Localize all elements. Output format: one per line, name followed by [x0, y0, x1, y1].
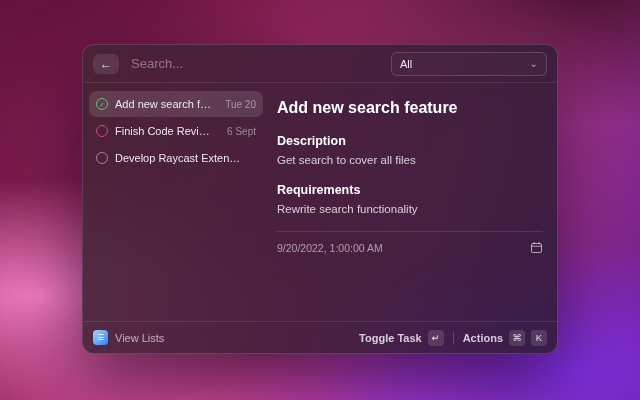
check-glyph: ✓: [99, 101, 105, 108]
task-detail-panel: Add new search feature Description Get s…: [263, 91, 545, 321]
circle-outline-icon: [96, 152, 108, 164]
footer-app-label: View Lists: [115, 332, 164, 344]
list-glyph-icon: ☰: [97, 334, 104, 342]
detail-title: Add new search feature: [277, 99, 543, 117]
requirements-body: Rewrite search functionality: [277, 203, 543, 215]
view-lists-app-icon: ☰: [93, 330, 108, 345]
filter-dropdown-value: All: [400, 58, 412, 70]
command-keycap[interactable]: ⌘: [509, 330, 525, 346]
search-bar: ← All ⌄: [83, 45, 557, 83]
task-list: ✓ Add new search feature Tue 20 Finish C…: [89, 91, 263, 321]
datetime-field[interactable]: 9/20/2022, 1:00:00 AM: [277, 241, 543, 254]
task-date: Tue 20: [219, 99, 256, 110]
return-keycap[interactable]: ↵: [428, 330, 444, 346]
main-content: ✓ Add new search feature Tue 20 Finish C…: [83, 83, 557, 321]
task-title: Add new search feature: [115, 98, 212, 110]
actions-label[interactable]: Actions: [463, 332, 503, 344]
description-heading: Description: [277, 134, 543, 148]
k-keycap[interactable]: K: [531, 330, 547, 346]
toggle-task-label[interactable]: Toggle Task: [359, 332, 422, 344]
raycast-window: ← All ⌄ ✓ Add new search feature Tue 20 …: [82, 44, 558, 354]
calendar-icon[interactable]: [530, 241, 543, 254]
search-input[interactable]: [129, 55, 381, 72]
list-item-develop-raycast-extension[interactable]: Develop Raycast Extension: [89, 145, 263, 171]
footer-bar: ☰ View Lists Toggle Task ↵ Actions ⌘ K: [83, 321, 557, 353]
detail-divider: [277, 231, 543, 232]
task-title: Develop Raycast Extension: [115, 152, 243, 164]
back-arrow-icon: ←: [100, 57, 112, 71]
back-button[interactable]: ←: [93, 54, 119, 74]
datetime-value: 9/20/2022, 1:00:00 AM: [277, 242, 383, 254]
task-date: 6 Sept: [221, 126, 256, 137]
footer-divider: [453, 332, 454, 344]
check-circle-icon: ✓: [96, 98, 108, 110]
description-body: Get search to cover all files: [277, 154, 543, 166]
requirements-heading: Requirements: [277, 183, 543, 197]
list-item-finish-code-reviews[interactable]: Finish Code Reviews 6 Sept: [89, 118, 263, 144]
task-title: Finish Code Reviews: [115, 125, 214, 137]
filter-dropdown[interactable]: All ⌄: [391, 52, 547, 76]
chevron-down-icon: ⌄: [530, 59, 538, 69]
circle-outline-red-icon: [96, 125, 108, 137]
footer-actions: Toggle Task ↵ Actions ⌘ K: [359, 330, 547, 346]
list-item-add-new-search-feature[interactable]: ✓ Add new search feature Tue 20: [89, 91, 263, 117]
